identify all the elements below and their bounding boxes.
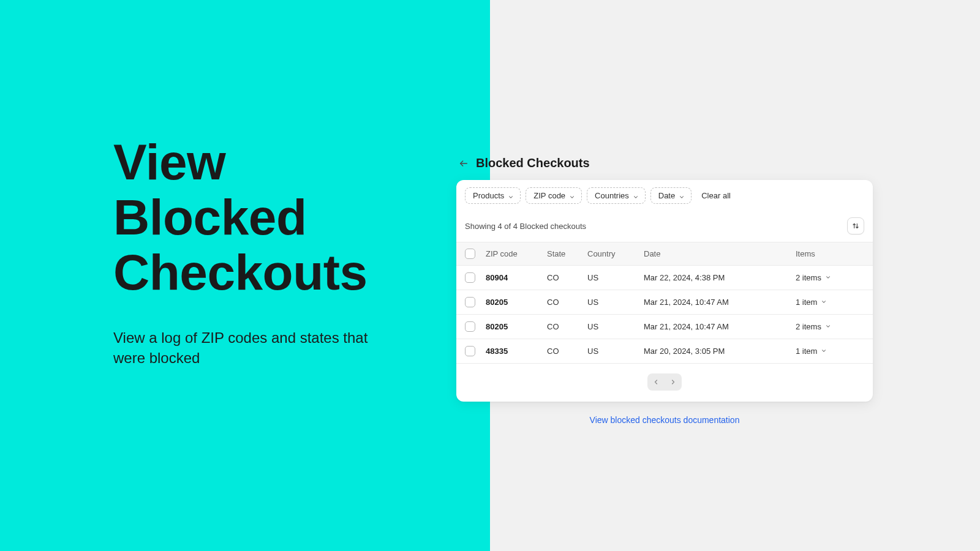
table-body: 80904COUSMar 22, 2024, 4:38 PM2 items802… bbox=[456, 266, 873, 364]
row-checkbox[interactable] bbox=[465, 297, 475, 307]
pager bbox=[647, 373, 682, 391]
hero-title-line-2: Blocked bbox=[113, 190, 490, 245]
sort-icon bbox=[851, 222, 860, 230]
chevron-down-icon bbox=[679, 193, 685, 199]
documentation-link[interactable]: View blocked checkouts documentation bbox=[590, 415, 740, 425]
col-header-zip: ZIP code bbox=[486, 249, 547, 258]
filter-countries-label: Countries bbox=[595, 191, 629, 200]
col-header-state: State bbox=[547, 249, 587, 258]
cell-state: CO bbox=[547, 322, 587, 331]
clear-all-button[interactable]: Clear all bbox=[701, 191, 731, 200]
filter-countries[interactable]: Countries bbox=[587, 187, 646, 204]
main-panel: Blocked Checkouts Products ZIP code Coun… bbox=[456, 156, 873, 425]
cell-country: US bbox=[587, 273, 644, 282]
items-expander[interactable]: 2 items bbox=[796, 322, 864, 331]
cell-date: Mar 21, 2024, 10:47 AM bbox=[644, 298, 796, 307]
row-checkbox[interactable] bbox=[465, 272, 475, 283]
cell-items: 1 item bbox=[796, 347, 817, 356]
cell-state: CO bbox=[547, 273, 587, 282]
cell-items: 1 item bbox=[796, 298, 817, 307]
page-header: Blocked Checkouts bbox=[459, 156, 873, 170]
chevron-down-icon bbox=[825, 322, 831, 331]
items-expander[interactable]: 2 items bbox=[796, 273, 864, 282]
filter-zipcode-label: ZIP code bbox=[533, 191, 565, 200]
table-row: 80904COUSMar 22, 2024, 4:38 PM2 items bbox=[456, 266, 873, 290]
card: Products ZIP code Countries Date bbox=[456, 180, 873, 402]
cell-zip: 80904 bbox=[486, 273, 547, 282]
chevron-down-icon bbox=[633, 193, 639, 199]
table-row: 80205COUSMar 21, 2024, 10:47 AM2 items bbox=[456, 315, 873, 339]
page-title: Blocked Checkouts bbox=[476, 156, 590, 170]
row-checkbox[interactable] bbox=[465, 346, 475, 356]
next-page-button[interactable] bbox=[665, 373, 682, 391]
chevron-down-icon bbox=[821, 347, 827, 356]
filter-zipcode[interactable]: ZIP code bbox=[526, 187, 582, 204]
cell-date: Mar 22, 2024, 4:38 PM bbox=[644, 273, 796, 282]
cell-country: US bbox=[587, 298, 644, 307]
cell-items: 2 items bbox=[796, 273, 821, 282]
hero-subtitle: View a log of ZIP codes and states that … bbox=[113, 328, 371, 369]
cell-zip: 80205 bbox=[486, 322, 547, 331]
chevron-left-icon bbox=[652, 378, 660, 386]
table-row: 80205COUSMar 21, 2024, 10:47 AM1 item bbox=[456, 290, 873, 315]
summary-bar: Showing 4 of 4 Blocked checkouts bbox=[456, 211, 873, 242]
cell-items: 2 items bbox=[796, 322, 821, 331]
chevron-down-icon bbox=[569, 193, 575, 199]
filter-products[interactable]: Products bbox=[465, 187, 521, 204]
filter-products-label: Products bbox=[473, 191, 504, 200]
cell-date: Mar 21, 2024, 10:47 AM bbox=[644, 322, 796, 331]
hero-panel: View Blocked Checkouts View a log of ZIP… bbox=[0, 0, 490, 551]
pagination bbox=[456, 364, 873, 402]
hero-title: View Blocked Checkouts bbox=[113, 135, 490, 301]
filter-date[interactable]: Date bbox=[650, 187, 692, 204]
chevron-down-icon bbox=[508, 193, 514, 199]
filter-bar: Products ZIP code Countries Date bbox=[456, 180, 873, 211]
back-arrow-icon[interactable] bbox=[459, 159, 469, 168]
prev-page-button[interactable] bbox=[647, 373, 665, 391]
cell-country: US bbox=[587, 347, 644, 356]
chevron-down-icon bbox=[825, 273, 831, 282]
chevron-right-icon bbox=[669, 378, 677, 386]
cell-zip: 80205 bbox=[486, 298, 547, 307]
table-row: 48335COUSMar 20, 2024, 3:05 PM1 item bbox=[456, 339, 873, 364]
hero-title-line-3: Checkouts bbox=[113, 245, 490, 300]
chevron-down-icon bbox=[821, 298, 827, 307]
sort-button[interactable] bbox=[847, 217, 864, 234]
hero-title-line-1: View bbox=[113, 135, 490, 190]
col-header-items: Items bbox=[796, 249, 864, 258]
cell-state: CO bbox=[547, 347, 587, 356]
doc-link-wrapper: View blocked checkouts documentation bbox=[456, 415, 873, 425]
summary-text: Showing 4 of 4 Blocked checkouts bbox=[465, 222, 586, 231]
col-header-country: Country bbox=[587, 249, 644, 258]
items-expander[interactable]: 1 item bbox=[796, 298, 864, 307]
filter-date-label: Date bbox=[658, 191, 675, 200]
cell-state: CO bbox=[547, 298, 587, 307]
cell-country: US bbox=[587, 322, 644, 331]
col-header-date: Date bbox=[644, 249, 796, 258]
table-header-row: ZIP code State Country Date Items bbox=[456, 242, 873, 266]
cell-zip: 48335 bbox=[486, 347, 547, 356]
cell-date: Mar 20, 2024, 3:05 PM bbox=[644, 347, 796, 356]
select-all-checkbox[interactable] bbox=[465, 249, 475, 259]
row-checkbox[interactable] bbox=[465, 321, 475, 332]
items-expander[interactable]: 1 item bbox=[796, 347, 864, 356]
